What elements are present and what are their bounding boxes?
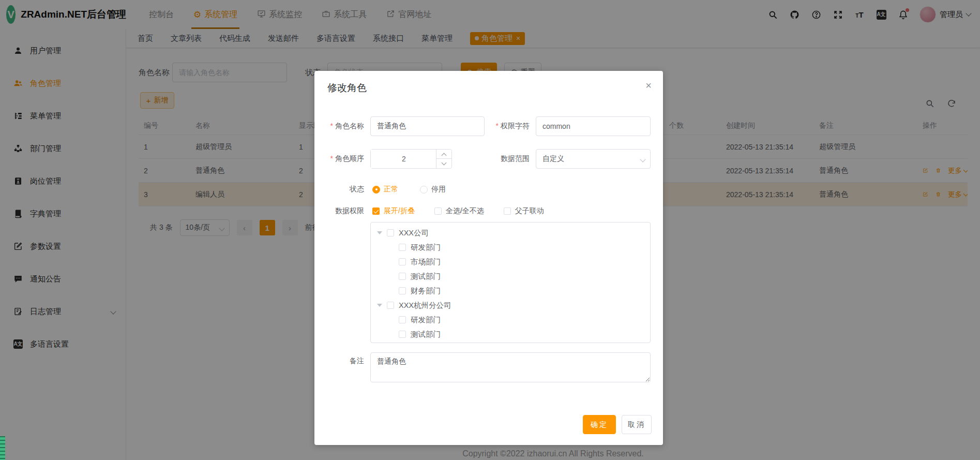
checkbox-icon	[372, 207, 380, 215]
parent-child-link-checkbox[interactable]: 父子联动	[504, 206, 544, 216]
tree-node-branch-company[interactable]: XXX杭州分公司	[371, 298, 650, 313]
data-scope-select[interactable]: 自定义	[536, 149, 651, 169]
role-key-input[interactable]	[536, 116, 651, 136]
role-key-label: 权限字符	[485, 122, 530, 131]
stepper-down-button[interactable]	[436, 158, 451, 168]
status-label: 状态	[314, 185, 364, 194]
cancel-button[interactable]: 取消	[622, 415, 652, 434]
tree-node-dept[interactable]: 测试部门	[371, 327, 650, 342]
data-scope-value: 自定义	[542, 154, 564, 164]
confirm-button[interactable]: 确定	[583, 415, 616, 434]
checkbox-label: 展开/折叠	[384, 206, 415, 216]
tree-node-label: XXX杭州分公司	[399, 301, 451, 310]
checkbox-icon[interactable]	[399, 331, 406, 338]
data-permission-label: 数据权限	[314, 206, 364, 216]
role-order-stepper	[370, 149, 452, 169]
tree-node-label: 财务部门	[411, 286, 441, 296]
select-all-checkbox[interactable]: 全选/全不选	[434, 206, 484, 216]
role-order-label: 角色顺序	[314, 154, 364, 164]
status-radio-disabled[interactable]: 停用	[420, 185, 446, 194]
role-name-input[interactable]	[370, 116, 485, 136]
checkbox-icon[interactable]	[399, 316, 406, 323]
tree-node-dept[interactable]: 市场部门	[371, 255, 650, 269]
tree-node-label: 测试部门	[411, 272, 441, 281]
expand-collapse-checkbox[interactable]: 展开/折叠	[372, 206, 415, 216]
tree-node-label: 测试部门	[411, 330, 441, 339]
radio-label: 正常	[384, 185, 398, 194]
tree-expand-icon[interactable]	[377, 231, 382, 234]
edit-role-modal: 修改角色 × 角色名称 权限字符 角色顺序 数据范围 自定义 状态	[314, 71, 663, 445]
radio-icon	[372, 186, 380, 194]
radio-icon	[420, 186, 428, 194]
tree-node-dept[interactable]: 研发部门	[371, 313, 650, 327]
tree-node-label: 研发部门	[411, 315, 441, 325]
tree-node-dept[interactable]: 财务部门	[371, 284, 650, 298]
remark-textarea[interactable]: 普通角色	[370, 352, 651, 382]
tree-node-label: 研发部门	[411, 243, 441, 253]
chevron-down-icon	[640, 156, 645, 162]
department-tree: XXX公司 研发部门 市场部门 测试部门 财务部门 XXX杭州分公司	[370, 222, 651, 343]
checkbox-label: 父子联动	[515, 206, 544, 216]
checkbox-label: 全选/全不选	[446, 206, 484, 216]
corner-devtool-badge[interactable]	[0, 436, 5, 460]
checkbox-icon[interactable]	[399, 258, 406, 265]
checkbox-icon[interactable]	[387, 302, 394, 309]
close-icon[interactable]: ×	[645, 80, 652, 91]
tree-node-company[interactable]: XXX公司	[371, 226, 650, 240]
tree-node-dept[interactable]: 测试部门	[371, 269, 650, 284]
role-order-input[interactable]	[371, 150, 437, 168]
tree-expand-icon[interactable]	[377, 304, 382, 307]
data-scope-label: 数据范围	[452, 154, 530, 164]
radio-label: 停用	[431, 185, 446, 194]
checkbox-icon[interactable]	[399, 287, 406, 294]
tree-node-label: XXX公司	[399, 228, 429, 238]
status-radio-normal[interactable]: 正常	[372, 185, 398, 194]
tree-node-dept[interactable]: 研发部门	[371, 240, 650, 255]
checkbox-icon[interactable]	[399, 244, 406, 251]
checkbox-icon[interactable]	[387, 229, 394, 236]
checkbox-icon	[504, 207, 511, 215]
tree-node-label: 市场部门	[411, 257, 441, 267]
role-name-label: 角色名称	[314, 122, 364, 131]
checkbox-icon	[434, 207, 442, 215]
remark-label: 备注	[314, 357, 364, 366]
modal-title: 修改角色	[327, 81, 367, 95]
checkbox-icon[interactable]	[399, 273, 406, 280]
app-root: V ZRAdmin.NET后台管理 控制台 ⚙ 系统管理 系统监控 系统工具	[0, 0, 980, 460]
